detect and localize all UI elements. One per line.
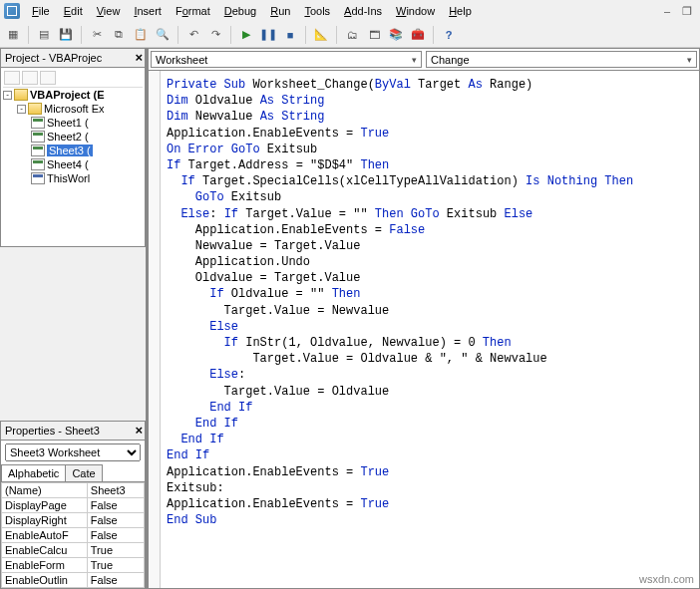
menu-edit[interactable]: Edit bbox=[58, 3, 89, 19]
watermark: wsxdn.com bbox=[639, 573, 694, 585]
tab-alphabetic[interactable]: Alphabetic bbox=[1, 464, 66, 481]
app-icon bbox=[4, 3, 20, 19]
close-properties-panel-icon[interactable]: × bbox=[135, 423, 143, 438]
workbook-icon bbox=[31, 172, 45, 184]
tree-root[interactable]: - VBAProject (E bbox=[3, 88, 143, 102]
menu-debug[interactable]: Debug bbox=[218, 3, 262, 19]
expander-icon[interactable]: - bbox=[3, 91, 12, 100]
properties-panel-label: Properties - Sheet3 bbox=[5, 425, 100, 437]
menu-view[interactable]: View bbox=[91, 3, 127, 19]
chevron-down-icon: ▾ bbox=[687, 55, 692, 65]
project-tree: - VBAProject (E - Microsoft Ex Sheet1 ( … bbox=[0, 68, 146, 247]
tree-item-sheet1[interactable]: Sheet1 ( bbox=[3, 116, 143, 130]
tree-item-label: Sheet1 ( bbox=[47, 117, 89, 129]
folder-icon bbox=[28, 103, 42, 115]
insert-module-icon[interactable]: ▤ bbox=[35, 26, 53, 44]
prop-row: (Name)Sheet3 bbox=[2, 483, 145, 498]
project-panel-title: Project - VBAProjec × bbox=[0, 48, 146, 68]
tree-root-label: VBAProject (E bbox=[30, 89, 105, 101]
menu-tools[interactable]: Tools bbox=[298, 3, 336, 19]
tree-item-label: Sheet3 ( bbox=[47, 145, 93, 156]
tree-view-code-icon[interactable] bbox=[4, 71, 20, 85]
close-project-panel-icon[interactable]: × bbox=[135, 50, 143, 65]
properties-table: (Name)Sheet3 DisplayPageFalse DisplayRig… bbox=[1, 482, 145, 588]
tree-item-sheet2[interactable]: Sheet2 ( bbox=[3, 130, 143, 144]
window-minimize-icon[interactable]: – bbox=[658, 2, 676, 20]
tree-folder[interactable]: - Microsoft Ex bbox=[3, 102, 143, 116]
run-icon[interactable]: ▶ bbox=[237, 26, 255, 44]
prop-row: EnableOutlinFalse bbox=[2, 573, 145, 588]
chevron-down-icon: ▾ bbox=[412, 55, 417, 65]
procedure-dropdown-label: Change bbox=[431, 54, 470, 66]
project-icon bbox=[14, 89, 28, 101]
object-dropdown-label: Worksheet bbox=[156, 54, 207, 66]
save-icon[interactable]: 💾 bbox=[57, 26, 75, 44]
prop-row: DisplayRightFalse bbox=[2, 513, 145, 528]
reset-icon[interactable]: ■ bbox=[281, 26, 299, 44]
tree-item-sheet4[interactable]: Sheet4 ( bbox=[3, 157, 143, 171]
menu-window[interactable]: Window bbox=[390, 3, 441, 19]
code-window: Worksheet ▾ Change ▾ Private Sub Workshe… bbox=[148, 48, 700, 589]
tree-item-sheet3[interactable]: Sheet3 ( bbox=[3, 144, 143, 157]
sheet-icon bbox=[31, 145, 45, 156]
project-panel-label: Project - VBAProjec bbox=[5, 52, 102, 64]
find-icon[interactable]: 🔍 bbox=[154, 26, 172, 44]
view-excel-icon[interactable]: ▦ bbox=[4, 26, 22, 44]
tree-item-thisworkbook[interactable]: ThisWorl bbox=[3, 171, 143, 185]
paste-icon[interactable]: 📋 bbox=[132, 26, 150, 44]
tree-folder-label: Microsoft Ex bbox=[44, 103, 105, 115]
sheet-icon bbox=[31, 117, 45, 129]
sheet-icon bbox=[31, 158, 45, 170]
copy-icon[interactable]: ⧉ bbox=[110, 26, 128, 44]
tree-item-label: Sheet4 ( bbox=[47, 158, 89, 170]
menu-bar: FFileile Edit View Insert Format Debug R… bbox=[0, 0, 700, 22]
menu-run[interactable]: Run bbox=[264, 3, 296, 19]
properties-panel-title: Properties - Sheet3 × bbox=[0, 421, 146, 441]
window-restore-icon[interactable]: ❐ bbox=[678, 2, 696, 20]
menu-insert[interactable]: Insert bbox=[128, 3, 168, 19]
prop-row: EnableAutoFFalse bbox=[2, 528, 145, 543]
tree-item-label: Sheet2 ( bbox=[47, 131, 89, 143]
tree-item-label: ThisWorl bbox=[47, 172, 90, 184]
toolbox-icon[interactable]: 🧰 bbox=[409, 26, 427, 44]
break-icon[interactable]: ❚❚ bbox=[259, 26, 277, 44]
code-editor[interactable]: Private Sub Worksheet_Change(ByVal Targe… bbox=[149, 71, 699, 588]
prop-row: DisplayPageFalse bbox=[2, 498, 145, 513]
toolbar: ▦ ▤ 💾 ✂ ⧉ 📋 🔍 ↶ ↷ ▶ ❚❚ ■ 📐 🗂 🗔 📚 🧰 ? bbox=[0, 22, 700, 48]
design-mode-icon[interactable]: 📐 bbox=[312, 26, 330, 44]
properties-body: Sheet3 Worksheet Alphabetic Cate (Name)S… bbox=[0, 441, 146, 589]
cut-icon[interactable]: ✂ bbox=[88, 26, 106, 44]
expander-icon[interactable]: - bbox=[17, 105, 26, 114]
tree-view-object-icon[interactable] bbox=[22, 71, 38, 85]
redo-icon[interactable]: ↷ bbox=[206, 26, 224, 44]
sheet-icon bbox=[31, 131, 45, 143]
menu-format[interactable]: Format bbox=[170, 3, 216, 19]
prop-row: EnableFormTrue bbox=[2, 558, 145, 573]
properties-icon[interactable]: 🗔 bbox=[365, 26, 383, 44]
undo-icon[interactable]: ↶ bbox=[184, 26, 202, 44]
procedure-dropdown[interactable]: Change ▾ bbox=[426, 51, 697, 68]
tree-toggle-folders-icon[interactable] bbox=[40, 71, 56, 85]
help-icon[interactable]: ? bbox=[440, 26, 458, 44]
menu-file[interactable]: FFileile bbox=[26, 3, 56, 19]
menu-addins[interactable]: Add-Ins bbox=[338, 3, 388, 19]
tab-categorized[interactable]: Cate bbox=[65, 464, 102, 481]
object-browser-icon[interactable]: 📚 bbox=[387, 26, 405, 44]
object-dropdown[interactable]: Worksheet ▾ bbox=[151, 51, 422, 68]
prop-row: EnableCalcuTrue bbox=[2, 543, 145, 558]
menu-help[interactable]: Help bbox=[443, 3, 478, 19]
project-explorer-icon[interactable]: 🗂 bbox=[343, 26, 361, 44]
properties-object-combo[interactable]: Sheet3 Worksheet bbox=[5, 443, 141, 461]
